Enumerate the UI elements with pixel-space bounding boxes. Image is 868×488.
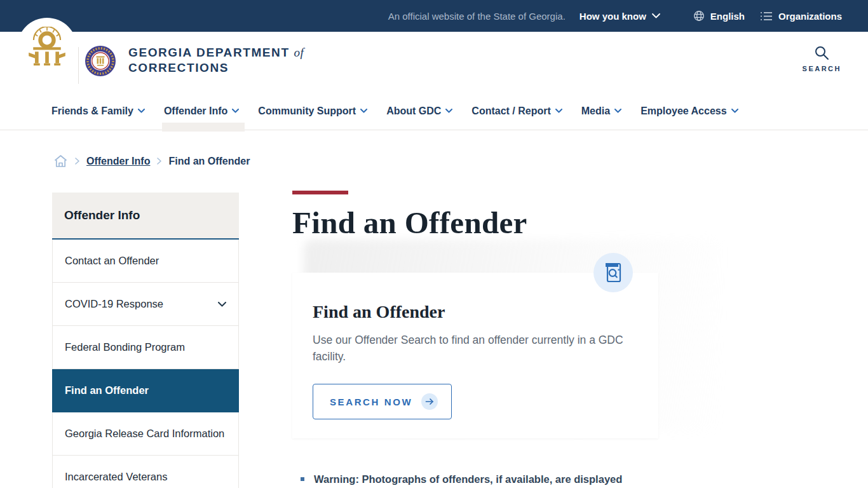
nav-item-friends-family[interactable]: Friends & Family xyxy=(51,92,145,130)
header-divider xyxy=(78,47,79,84)
sidebar-item-incarcerated-veterans[interactable]: Incarcerated Veterans xyxy=(52,456,239,488)
nav-item-about-gdc[interactable]: About GDC xyxy=(386,92,452,130)
arch-icon xyxy=(26,27,68,69)
header-search-button[interactable]: SEARCH xyxy=(803,45,841,72)
nav-item-media[interactable]: Media xyxy=(581,92,621,130)
breadcrumb-current-page: Find an Offender xyxy=(168,156,250,167)
breadcrumb-separator-icon xyxy=(75,158,79,165)
sidebar-item-contact-an-offender[interactable]: Contact an Offender xyxy=(52,240,239,283)
offender-search-icon xyxy=(593,253,633,292)
language-label: English xyxy=(710,11,745,22)
georgia-arch-logo[interactable] xyxy=(17,18,77,78)
chevron-down-icon xyxy=(614,109,621,113)
card-body-text: Use our Offender Search to find an offen… xyxy=(313,332,624,365)
list-icon xyxy=(760,11,773,21)
chevron-down-icon xyxy=(555,109,562,113)
sidebar-offender-info: Offender Info Contact an Offender COVID-… xyxy=(52,193,239,488)
chevron-down-icon xyxy=(138,109,145,113)
chevron-down-icon xyxy=(360,109,367,113)
sidebar-item-find-an-offender[interactable]: Find an Offender xyxy=(52,369,239,412)
find-offender-card: Find an Offender Use our Offender Search… xyxy=(292,273,658,438)
agency-line1: GEORGIA DEPARTMENT xyxy=(128,46,290,59)
chevron-down-icon xyxy=(731,109,738,113)
agency-of: of xyxy=(294,46,304,59)
official-bar: An official website of the State of Geor… xyxy=(0,0,868,32)
globe-icon xyxy=(693,10,705,22)
arrow-right-icon xyxy=(421,393,438,410)
sidebar-title: Offender Info xyxy=(52,193,239,240)
how-you-know-label: How you know xyxy=(580,11,646,22)
breadcrumb-offender-info[interactable]: Offender Info xyxy=(86,156,150,167)
how-you-know-toggle[interactable]: How you know xyxy=(580,11,660,22)
organizations-label: Organizations xyxy=(778,11,842,22)
bullet-square-icon xyxy=(301,477,304,481)
nav-item-community-support[interactable]: Community Support xyxy=(258,92,367,130)
nav-item-offender-info[interactable]: Offender Info xyxy=(164,92,239,130)
main-navigation: Friends & Family Offender Info Community… xyxy=(0,92,868,130)
site-header: GEORGIA DEPARTMENT of CORRECTIONS SEARCH xyxy=(0,32,868,92)
gdc-seal xyxy=(85,45,116,77)
page-title: Find an Offender xyxy=(292,205,658,241)
warning-list-item: Warning: Photographs of offenders, if av… xyxy=(292,473,658,486)
nav-item-employee-access[interactable]: Employee Access xyxy=(641,92,738,130)
search-now-button[interactable]: SEARCH NOW xyxy=(313,384,452,419)
sidebar-item-georgia-release-card[interactable]: Georgia Release Card Information xyxy=(52,412,239,456)
search-label: SEARCH xyxy=(803,65,841,72)
official-message: An official website of the State of Geor… xyxy=(388,11,566,22)
sidebar-item-covid-19-response[interactable]: COVID-19 Response xyxy=(52,283,239,326)
card-title: Find an Offender xyxy=(313,302,638,322)
search-icon xyxy=(814,45,829,60)
home-icon[interactable] xyxy=(53,154,68,168)
language-selector[interactable]: English xyxy=(693,10,745,22)
warning-text: Warning: Photographs of offenders, if av… xyxy=(314,473,622,486)
breadcrumb-separator-icon xyxy=(157,158,161,165)
chevron-down-icon xyxy=(218,302,226,307)
chevron-down-icon xyxy=(652,13,660,18)
heading-accent-bar xyxy=(292,191,348,194)
sidebar-item-federal-bonding-program[interactable]: Federal Bonding Program xyxy=(52,326,239,369)
nav-item-contact-report[interactable]: Contact / Report xyxy=(471,92,562,130)
main-content: Find an Offender Find an Offender Use ou… xyxy=(292,191,658,486)
chevron-down-icon xyxy=(445,109,452,113)
breadcrumb: Offender Info Find an Offender xyxy=(53,154,868,168)
chevron-down-icon xyxy=(232,109,239,113)
agency-line2: CORRECTIONS xyxy=(128,60,304,76)
agency-title[interactable]: GEORGIA DEPARTMENT of CORRECTIONS xyxy=(128,45,304,76)
organizations-link[interactable]: Organizations xyxy=(760,11,842,22)
